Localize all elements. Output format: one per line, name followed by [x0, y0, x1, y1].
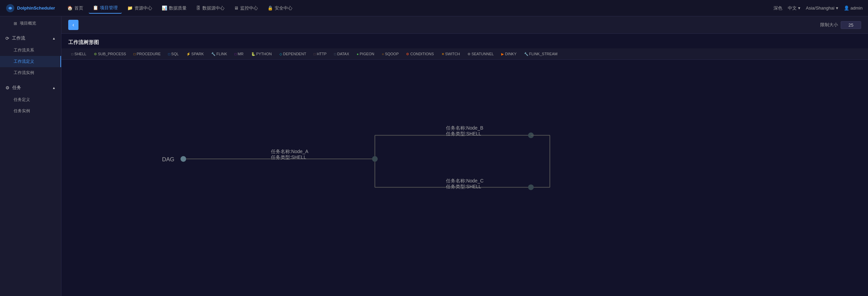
task-type-http[interactable]: □ HTTP: [310, 50, 330, 57]
page-title: 工作流树形图: [61, 34, 868, 48]
sidebar-item-task-definition[interactable]: 任务定义: [0, 94, 61, 105]
sidebar-item-task-instance[interactable]: 任务实例: [0, 105, 61, 117]
dag-node[interactable]: DAG: [162, 156, 186, 163]
task-type-mr[interactable]: □ MR: [232, 50, 247, 57]
task-type-switch[interactable]: ✕ SWITCH: [438, 50, 463, 57]
main-layout: ⊞ 项目概览 ⟳ 工作流 ▲ 工作流关系 工作流定义 工作流实例: [0, 16, 868, 296]
back-icon: ‹: [72, 22, 74, 28]
svg-text:DAG: DAG: [162, 156, 174, 163]
task-group-icon: ⚙: [5, 85, 10, 90]
toolbar: ‹ 限制大小: [61, 16, 868, 34]
task-type-python[interactable]: 🐍 PYTHON: [248, 50, 275, 57]
svg-text:任务名称:Node_B: 任务名称:Node_B: [446, 125, 483, 131]
overview-icon: ⊞: [14, 21, 17, 26]
nav-quality[interactable]: 📊 数据质量: [158, 3, 191, 13]
home-icon: 🏠: [67, 5, 73, 11]
lang-switcher[interactable]: 中文 ▾: [788, 5, 800, 11]
task-type-toolbar: □ SHELL ⚙ SUB_PROCESS □ PROCEDURE □ SQL …: [61, 48, 868, 60]
task-type-dependent[interactable]: ◇ DEPENDENT: [276, 50, 309, 57]
task-type-datax[interactable]: □ DATAX: [331, 50, 352, 57]
main-content: ‹ 限制大小 工作流树形图 □ SHELL ⚙ SUB_PROCESS □ PR…: [61, 16, 868, 296]
svg-text:任务类型:SHELL: 任务类型:SHELL: [446, 184, 481, 189]
timezone-switcher[interactable]: Asia/Shanghai ▾: [806, 5, 838, 11]
task-type-dinky[interactable]: ▶ DINKY: [498, 50, 520, 57]
nav-project[interactable]: 📋 项目管理: [89, 3, 122, 14]
chevron-down-icon: ▾: [836, 5, 838, 11]
svg-point-7: [372, 156, 378, 162]
svg-text:任务名称:Node_C: 任务名称:Node_C: [446, 178, 484, 183]
top-nav: DolphinScheduler 🏠 首页 📋 项目管理 📁 资源中心 📊 数据…: [0, 0, 868, 16]
workflow-canvas: DAG 任务名称:Node_A 任务类型:SHELL: [61, 60, 868, 296]
sidebar-overview-section: ⊞ 项目概览: [0, 16, 61, 30]
sidebar-item-workflow-definition[interactable]: 工作流定义: [0, 56, 61, 67]
nav-security[interactable]: 🔒 安全中心: [263, 3, 296, 13]
quality-icon: 📊: [162, 5, 167, 11]
nav-items: 🏠 首页 📋 项目管理 📁 资源中心 📊 数据质量 🗄 数据源中心 🖥 监控中心…: [63, 3, 773, 14]
workflow-svg: DAG 任务名称:Node_A 任务类型:SHELL: [61, 60, 868, 296]
task-type-spark[interactable]: ⚡ SPARK: [183, 50, 207, 57]
chevron-down-icon: ▾: [798, 5, 800, 11]
sidebar-task-group[interactable]: ⚙ 任务 ▲: [0, 81, 61, 94]
logo[interactable]: DolphinScheduler: [5, 3, 55, 13]
size-input[interactable]: [841, 21, 861, 29]
nav-right: 深色 中文 ▾ Asia/Shanghai ▾ 👤 admin: [773, 5, 863, 11]
task-type-pigeon[interactable]: ● PIGEON: [353, 50, 377, 57]
svg-point-3: [180, 156, 186, 162]
sidebar: ⊞ 项目概览 ⟳ 工作流 ▲ 工作流关系 工作流定义 工作流实例: [0, 16, 61, 296]
task-type-shell[interactable]: □ SHELL: [68, 50, 89, 57]
task-type-sqoop[interactable]: ○ SQOOP: [379, 50, 402, 57]
sidebar-item-workflow-instance[interactable]: 工作流实例: [0, 67, 61, 78]
collapse-icon: ▲: [52, 36, 56, 40]
task-type-sql[interactable]: □ SQL: [165, 50, 182, 57]
task-type-flink[interactable]: 🔧 FLINK: [208, 50, 230, 57]
security-icon: 🔒: [267, 5, 273, 11]
resource-icon: 📁: [127, 5, 133, 11]
svg-text:任务名称:Node_A: 任务名称:Node_A: [271, 149, 309, 154]
sidebar-workflow-section: ⟳ 工作流 ▲ 工作流关系 工作流定义 工作流实例: [0, 30, 61, 80]
task-type-seatunnel[interactable]: ⚙ SEATUNNEL: [464, 50, 497, 57]
size-control: 限制大小: [820, 21, 861, 29]
back-button[interactable]: ‹: [68, 20, 78, 30]
collapse-icon-task: ▲: [52, 86, 56, 90]
theme-switcher[interactable]: 深色: [773, 5, 782, 11]
nav-datasource[interactable]: 🗄 数据源中心: [192, 3, 229, 13]
svg-text:任务类型:SHELL: 任务类型:SHELL: [271, 154, 306, 160]
datasource-icon: 🗄: [196, 5, 201, 11]
monitor-icon: 🖥: [234, 5, 238, 11]
user-icon: 👤: [844, 5, 849, 11]
nav-monitor[interactable]: 🖥 监控中心: [230, 3, 262, 13]
nav-resource[interactable]: 📁 资源中心: [123, 3, 156, 13]
task-type-procedure[interactable]: □ PROCEDURE: [130, 50, 163, 57]
task-type-sub-process[interactable]: ⚙ SUB_PROCESS: [91, 50, 129, 57]
sidebar-workflow-group[interactable]: ⟳ 工作流 ▲: [0, 32, 61, 45]
svg-text:任务类型:SHELL: 任务类型:SHELL: [446, 131, 481, 136]
sidebar-item-project-overview[interactable]: ⊞ 项目概览: [0, 18, 61, 29]
task-type-conditions[interactable]: ⚙ CONDITIONS: [403, 50, 437, 57]
sidebar-task-section: ⚙ 任务 ▲ 任务定义 任务实例: [0, 80, 61, 118]
project-icon: 📋: [93, 5, 98, 10]
workflow-icon: ⟳: [5, 36, 9, 41]
svg-point-20: [528, 184, 534, 190]
logo-text: DolphinScheduler: [17, 5, 55, 11]
user-menu[interactable]: 👤 admin: [844, 5, 863, 11]
sidebar-item-workflow-relation[interactable]: 工作流关系: [0, 45, 61, 56]
svg-point-1: [9, 7, 11, 9]
nav-home[interactable]: 🏠 首页: [63, 3, 87, 13]
task-type-flink-stream[interactable]: 🔧 FLINK_STREAM: [521, 50, 561, 57]
